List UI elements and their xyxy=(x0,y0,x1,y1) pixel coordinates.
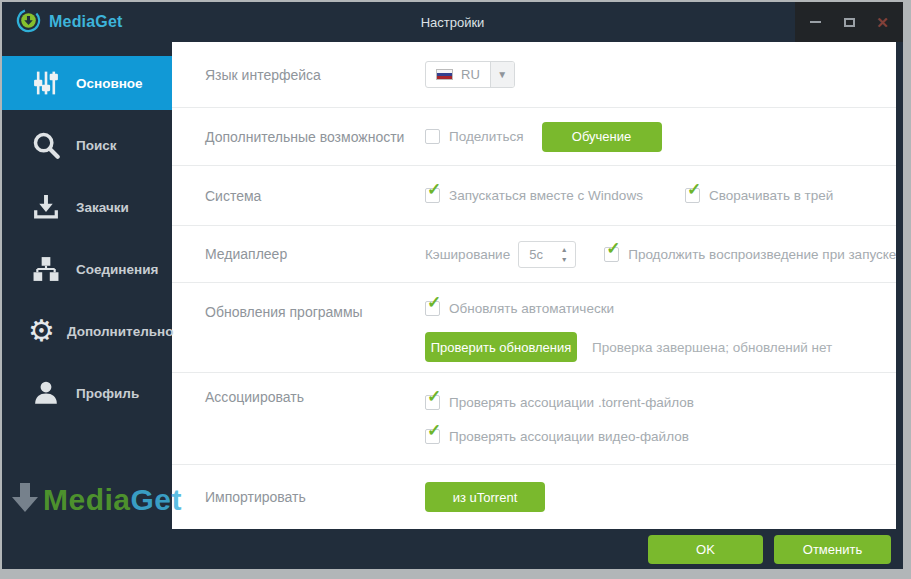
import-utorrent-button[interactable]: из uTorrent xyxy=(425,482,545,512)
sidebar-item-profile[interactable]: Профиль xyxy=(2,366,172,420)
spinner-down-button[interactable]: ▼ xyxy=(561,256,568,263)
close-icon: ✕ xyxy=(876,15,889,30)
sidebar-item-label: Дополнительно xyxy=(67,324,174,339)
settings-row-updates: Обновления программы ✓ Обновлять автомат… xyxy=(172,283,896,373)
checkbox-box: ✓ xyxy=(685,188,700,203)
caching-value: 5с xyxy=(519,242,553,267)
footer-bar: OK Отменить xyxy=(2,529,903,569)
checkbox-label: Проверять ассоциации видео-файлов xyxy=(449,429,689,444)
checkbox-label: Продолжить воспроизведение при запуске xyxy=(628,247,896,262)
torrent-association-checkbox[interactable]: ✓ Проверять ассоциации .torrent-файлов xyxy=(425,395,694,410)
connections-icon xyxy=(28,256,64,282)
training-button[interactable]: Обучение xyxy=(542,122,662,152)
language-dropdown[interactable]: RU ▼ xyxy=(425,61,515,88)
extra-label: Дополнительные возможности xyxy=(205,129,425,145)
language-label: Язык интерфейса xyxy=(205,67,425,83)
sidebar-item-label: Поиск xyxy=(76,138,117,153)
ok-button[interactable]: OK xyxy=(648,535,763,564)
minimize-icon xyxy=(810,21,821,23)
auto-update-checkbox[interactable]: ✓ Обновлять автоматически xyxy=(425,301,614,316)
share-checkbox[interactable]: ✓ Поделиться xyxy=(425,129,524,144)
checkbox-label: Проверять ассоциации .torrent-файлов xyxy=(449,395,694,410)
associate-label: Ассоциировать xyxy=(205,389,425,405)
caching-spinner[interactable]: 5с ▲ ▼ xyxy=(518,241,576,268)
checkbox-box: ✓ xyxy=(425,129,440,144)
sidebar-item-connections[interactable]: Соединения xyxy=(2,242,172,296)
spinner-up-button[interactable]: ▲ xyxy=(561,246,568,253)
dropdown-arrow-button[interactable]: ▼ xyxy=(490,62,514,87)
sidebar-item-general[interactable]: Основное xyxy=(2,56,172,110)
checkbox-label: Сворачивать в трей xyxy=(709,188,833,203)
checkbox-label: Обновлять автоматически xyxy=(449,301,614,316)
sidebar-item-label: Профиль xyxy=(76,386,139,401)
downloads-icon xyxy=(28,194,64,220)
settings-window: MediaGet Настройки ✕ xyxy=(2,2,903,569)
update-status-text: Проверка завершена; обновлений нет xyxy=(592,340,832,355)
autostart-checkbox[interactable]: ✓ Запускаться вместе с Windows xyxy=(425,188,643,203)
app-logo: MediaGet xyxy=(2,8,123,37)
sidebar: Основное Поиск xyxy=(2,42,172,529)
settings-panel: Язык интерфейса RU ▼ xyxy=(172,42,896,529)
check-icon: ✓ xyxy=(427,422,441,439)
sliders-icon xyxy=(28,70,64,96)
russia-flag-icon xyxy=(436,69,453,80)
profile-icon xyxy=(28,380,64,406)
settings-row-mediaplayer: Медиаплеер Кэширование 5с ▲ ▼ ✓ Пр xyxy=(172,226,896,283)
title-bar: MediaGet Настройки ✕ xyxy=(2,2,903,42)
check-icon: ✓ xyxy=(427,294,441,311)
sidebar-item-label: Соединения xyxy=(76,262,158,277)
chevron-down-icon: ▼ xyxy=(497,69,507,80)
check-icon: ✓ xyxy=(687,181,701,198)
checkbox-box: ✓ xyxy=(425,301,440,316)
checkbox-box: ✓ xyxy=(425,188,440,203)
updates-label: Обновления программы xyxy=(205,297,425,320)
gear-icon: ⚙ xyxy=(28,316,55,346)
settings-row-associate: Ассоциировать ✓ Проверять ассоциации .to… xyxy=(172,373,896,465)
video-association-checkbox[interactable]: ✓ Проверять ассоциации видео-файлов xyxy=(425,429,689,444)
sidebar-item-label: Закачки xyxy=(76,200,129,215)
checkbox-box: ✓ xyxy=(425,395,440,410)
settings-row-import: Импортировать из uTorrent xyxy=(172,465,896,529)
sidebar-item-search[interactable]: Поиск xyxy=(2,118,172,172)
caching-label: Кэширование xyxy=(425,247,510,262)
checkbox-label: Запускаться вместе с Windows xyxy=(449,188,643,203)
mediaplayer-label: Медиаплеер xyxy=(205,246,425,262)
check-updates-button[interactable]: Проверить обновления xyxy=(425,332,577,362)
maximize-icon xyxy=(844,18,855,27)
import-label: Импортировать xyxy=(205,489,425,505)
maximize-button[interactable] xyxy=(836,11,862,33)
checkbox-label: Поделиться xyxy=(449,129,524,144)
resume-playback-checkbox[interactable]: ✓ Продолжить воспроизведение при запуске xyxy=(604,247,896,262)
sidebar-item-downloads[interactable]: Закачки xyxy=(2,180,172,234)
language-value: RU xyxy=(461,67,480,82)
search-icon xyxy=(28,131,64,159)
minimize-button[interactable] xyxy=(803,11,829,33)
window-title: Настройки xyxy=(2,15,903,30)
checkbox-box: ✓ xyxy=(604,247,619,262)
settings-row-system: Система ✓ Запускаться вместе с Windows ✓… xyxy=(172,166,896,226)
sidebar-item-label: Основное xyxy=(76,76,143,91)
checkbox-box: ✓ xyxy=(425,429,440,444)
settings-row-language: Язык интерфейса RU ▼ xyxy=(172,42,896,108)
cancel-button[interactable]: Отменить xyxy=(774,535,891,564)
window-controls: ✕ xyxy=(795,2,903,42)
check-icon: ✓ xyxy=(427,181,441,198)
mediaget-logo-icon xyxy=(16,8,41,37)
check-icon: ✓ xyxy=(606,240,620,257)
tray-checkbox[interactable]: ✓ Сворачивать в трей xyxy=(685,188,833,203)
settings-row-extra: Дополнительные возможности ✓ Поделиться … xyxy=(172,108,896,166)
close-button[interactable]: ✕ xyxy=(870,11,896,33)
sidebar-item-advanced[interactable]: ⚙ Дополнительно xyxy=(2,304,172,358)
system-label: Система xyxy=(205,188,425,204)
app-name: MediaGet xyxy=(49,13,123,31)
check-icon: ✓ xyxy=(427,388,441,405)
